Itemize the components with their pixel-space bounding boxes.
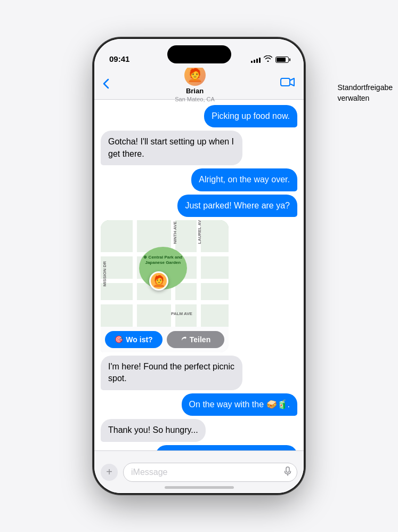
scene: Standortfreigabe verwalten 09:41: [0, 0, 398, 532]
message-bubble: Alright, on the way over.: [191, 168, 297, 191]
message-input-placeholder: iMessage: [131, 467, 167, 477]
map-image[interactable]: ⊕ Central Park andJapanese Garden MISSIO…: [101, 220, 229, 327]
messages-area[interactable]: Picking up food now. Gotcha! I'll start …: [94, 100, 304, 450]
map-buttons: 🎯 Wo ist? Teilen: [101, 327, 229, 352]
teilen-button[interactable]: Teilen: [167, 331, 224, 348]
map-park-label: ⊕ Central Park andJapanese Garden: [142, 254, 184, 265]
message-row: Thank you! So hungry...: [101, 419, 297, 441]
home-indicator: [165, 486, 234, 489]
message-bubble: Picking up food now.: [204, 105, 297, 127]
wo-ist-button[interactable]: 🎯 Wo ist?: [105, 331, 163, 348]
message-row: Picking up food now.: [101, 105, 297, 127]
wifi-icon: [264, 55, 272, 63]
map-background: ⊕ Central Park andJapanese Garden MISSIO…: [101, 220, 229, 327]
message-row: Me too, haha. See you shortly! 😎: [101, 445, 297, 450]
annotation-text: Standortfreigabe verwalten: [337, 83, 393, 103]
teilen-label: Teilen: [190, 335, 210, 344]
map-user-pin: 🧑‍🦰: [149, 271, 168, 291]
contact-header[interactable]: 🧑‍🦰 Brian San Mateo, CA: [175, 65, 215, 102]
svg-rect-1: [286, 467, 289, 472]
message-bubble: Thank you! So hungry...: [101, 419, 206, 441]
add-attachment-button[interactable]: +: [101, 464, 118, 481]
message-bubble: I'm here! Found the perfect picnic spot.: [101, 356, 242, 390]
signal-icon: [251, 57, 261, 63]
message-row: Alright, on the way over.: [101, 168, 297, 191]
video-call-button[interactable]: [280, 77, 295, 90]
message-row: I'm here! Found the perfect picnic spot.: [101, 356, 297, 390]
back-button[interactable]: [103, 78, 109, 89]
avatar: 🧑‍🦰: [184, 65, 206, 86]
dynamic-island: [167, 45, 231, 63]
microphone-icon[interactable]: [284, 466, 291, 478]
share-icon: [181, 335, 187, 344]
message-bubble: Just parked! Where are ya?: [177, 195, 297, 217]
map-street-label: PALM AVE: [171, 311, 192, 316]
message-row: Just parked! Where are ya?: [101, 195, 297, 217]
message-bubble: On the way with the 🥪🧃.: [182, 393, 297, 416]
contact-name: Brian: [186, 87, 204, 95]
message-row: Gotcha! I'll start setting up when I get…: [101, 131, 297, 165]
map-street-label: LAUREL AVE: [197, 220, 201, 244]
message-bubble: Gotcha! I'll start setting up when I get…: [101, 131, 242, 165]
map-street-label: NINTH AVE: [173, 221, 177, 244]
svg-rect-0: [281, 78, 290, 86]
message-bubble: Me too, haha. See you shortly! 😎: [156, 445, 297, 450]
status-time: 09:41: [109, 54, 129, 63]
contact-location: San Mateo, CA: [175, 96, 215, 102]
message-row: On the way with the 🥪🧃.: [101, 393, 297, 416]
location-icon: 🎯: [115, 335, 123, 343]
message-row: ⊕ Central Park andJapanese Garden MISSIO…: [101, 220, 297, 352]
map-bubble[interactable]: ⊕ Central Park andJapanese Garden MISSIO…: [101, 220, 229, 352]
message-input-field[interactable]: iMessage: [123, 463, 297, 482]
map-street-label: MISSION DR: [102, 261, 107, 287]
status-icons: [251, 55, 289, 63]
phone-shell: 09:41: [94, 39, 304, 493]
wo-ist-label: Wo ist?: [126, 335, 152, 344]
battery-icon: [275, 57, 289, 63]
navigation-bar: 🧑‍🦰 Brian San Mateo, CA: [94, 68, 304, 100]
